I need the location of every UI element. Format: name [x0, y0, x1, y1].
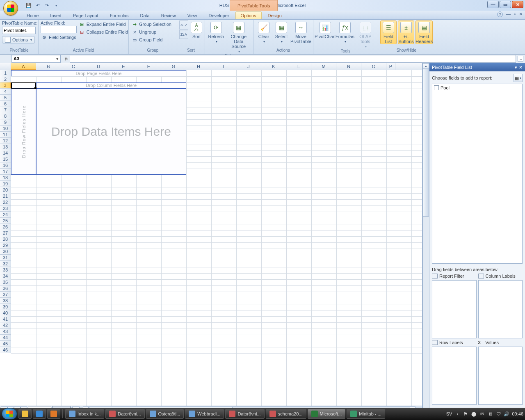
- tab-developer[interactable]: Developer: [203, 11, 234, 19]
- row-header[interactable]: 3: [0, 82, 11, 89]
- row-header[interactable]: 20: [0, 187, 11, 193]
- available-fields-box[interactable]: Pool: [432, 84, 523, 264]
- col-header[interactable]: I: [211, 63, 236, 70]
- move-pivottable-button[interactable]: ↔Move PivotTable: [291, 21, 311, 44]
- pivot-page-drop[interactable]: Drop Page Fields Here: [11, 70, 186, 76]
- pivottable-options-button[interactable]: Options: [2, 36, 35, 43]
- row-header[interactable]: 32: [0, 261, 11, 267]
- col-header[interactable]: G: [161, 63, 186, 70]
- row-header[interactable]: 40: [0, 310, 11, 316]
- row-header[interactable]: 36: [0, 285, 11, 292]
- col-header[interactable]: H: [186, 63, 211, 70]
- col-header[interactable]: J: [236, 63, 261, 70]
- redo-icon[interactable]: ↷: [43, 1, 51, 9]
- field-list-toggle[interactable]: ☰Field List: [380, 21, 397, 44]
- ribbon-minimize-icon[interactable]: —: [506, 11, 511, 17]
- tab-view[interactable]: View: [182, 11, 203, 19]
- fx-icon[interactable]: fx: [63, 56, 70, 61]
- pivottable-name-input[interactable]: [2, 27, 36, 34]
- col-header[interactable]: F: [136, 63, 161, 70]
- pivot-data-drop[interactable]: Drop Data Items Here: [36, 89, 186, 175]
- ungroup-button[interactable]: ⤫Ungroup: [131, 28, 172, 36]
- row-header[interactable]: 12: [0, 138, 11, 144]
- tab-home[interactable]: Home: [21, 11, 44, 19]
- select-all-corner[interactable]: [0, 63, 11, 70]
- row-header[interactable]: 43: [0, 329, 11, 335]
- row-header[interactable]: 31: [0, 255, 11, 261]
- row-header[interactable]: 14: [0, 150, 11, 156]
- field-checkbox[interactable]: [434, 85, 439, 90]
- row-header[interactable]: 15: [0, 156, 11, 162]
- col-header[interactable]: K: [261, 63, 286, 70]
- vertical-scrollbar[interactable]: ▲ ▼: [422, 63, 429, 408]
- row-header[interactable]: 25: [0, 218, 11, 224]
- row-header[interactable]: 2: [0, 76, 11, 82]
- row-header[interactable]: 11: [0, 132, 11, 138]
- row-header[interactable]: 8: [0, 113, 11, 119]
- row-header[interactable]: 28: [0, 236, 11, 242]
- field-list-layout-button[interactable]: ▦: [514, 74, 523, 82]
- row-header[interactable]: 27: [0, 230, 11, 236]
- row-header[interactable]: 9: [0, 119, 11, 126]
- field-headers-toggle[interactable]: ▤Field Headers: [415, 21, 433, 44]
- row-header[interactable]: 42: [0, 322, 11, 329]
- field-list-title-bar[interactable]: PivotTable Field List ▾✕: [429, 63, 525, 71]
- field-list-dropdown-icon[interactable]: ▾: [515, 65, 517, 70]
- collapse-field-button[interactable]: ⊟Collapse Entire Field: [78, 28, 129, 36]
- save-icon[interactable]: 💾: [25, 1, 33, 9]
- row-header[interactable]: 18: [0, 175, 11, 181]
- clear-button[interactable]: 🧹Clear: [256, 21, 272, 44]
- col-header[interactable]: E: [111, 63, 136, 70]
- row-header[interactable]: 39: [0, 304, 11, 310]
- pivot-row-drop[interactable]: Drop Row Fields Here: [11, 89, 36, 175]
- worksheet[interactable]: A B C D E F G H I J K L M N O P 12345678…: [0, 63, 422, 408]
- group-field-button[interactable]: ▭Group Field: [131, 36, 172, 43]
- row-header[interactable]: 17: [0, 169, 11, 175]
- report-filter-area[interactable]: [432, 280, 477, 338]
- undo-icon[interactable]: ↶: [34, 1, 42, 9]
- minimize-button[interactable]: —: [487, 1, 499, 8]
- pivot-column-drop[interactable]: Drop Column Fields Here: [36, 82, 186, 89]
- scroll-up-icon[interactable]: ▲: [423, 63, 429, 69]
- row-labels-area[interactable]: [432, 347, 477, 405]
- help-icon[interactable]: ?: [497, 11, 503, 17]
- row-header[interactable]: 45: [0, 341, 11, 347]
- tab-options[interactable]: Options: [235, 11, 262, 19]
- row-header[interactable]: 13: [0, 144, 11, 150]
- tab-insert[interactable]: Insert: [45, 11, 67, 19]
- formula-input[interactable]: [70, 55, 516, 63]
- col-header[interactable]: M: [311, 63, 336, 70]
- row-header[interactable]: 23: [0, 205, 11, 212]
- select-button[interactable]: ▦Select: [273, 21, 290, 44]
- active-field-input[interactable]: [41, 26, 77, 33]
- col-header[interactable]: N: [336, 63, 361, 70]
- tab-design[interactable]: Design: [262, 11, 287, 19]
- row-header[interactable]: 22: [0, 199, 11, 205]
- values-area[interactable]: [478, 347, 523, 405]
- sort-button[interactable]: AZ↕ Sort: [189, 21, 203, 39]
- col-header[interactable]: A: [11, 63, 36, 70]
- row-header[interactable]: 26: [0, 224, 11, 230]
- row-header[interactable]: 24: [0, 212, 11, 218]
- change-data-source-button[interactable]: ▦Change Data Source: [226, 21, 251, 54]
- formulas-button[interactable]: ƒxFormulas: [336, 21, 354, 44]
- tab-formulas[interactable]: Formulas: [105, 11, 134, 19]
- col-header[interactable]: C: [61, 63, 86, 70]
- qat-customize-icon[interactable]: [52, 1, 60, 9]
- row-header[interactable]: 4: [0, 89, 11, 95]
- field-settings-button[interactable]: ⚙Field Settings: [41, 34, 77, 41]
- row-header[interactable]: 21: [0, 193, 11, 199]
- col-header[interactable]: O: [361, 63, 386, 70]
- row-header[interactable]: 46: [0, 347, 11, 353]
- row-header[interactable]: 38: [0, 298, 11, 304]
- formula-bar-expand-icon[interactable]: ⌄: [518, 56, 523, 62]
- row-header[interactable]: 5: [0, 95, 11, 101]
- ribbon-close-icon[interactable]: ✕: [519, 11, 523, 17]
- tab-page-layout[interactable]: Page Layout: [68, 11, 104, 19]
- refresh-button[interactable]: ⟳Refresh: [207, 21, 225, 44]
- row-header[interactable]: 35: [0, 279, 11, 285]
- group-selection-button[interactable]: ➜Group Selection: [131, 21, 172, 28]
- row-header[interactable]: 34: [0, 273, 11, 279]
- field-item-pool[interactable]: Pool: [433, 85, 521, 91]
- tab-data[interactable]: Data: [135, 11, 155, 19]
